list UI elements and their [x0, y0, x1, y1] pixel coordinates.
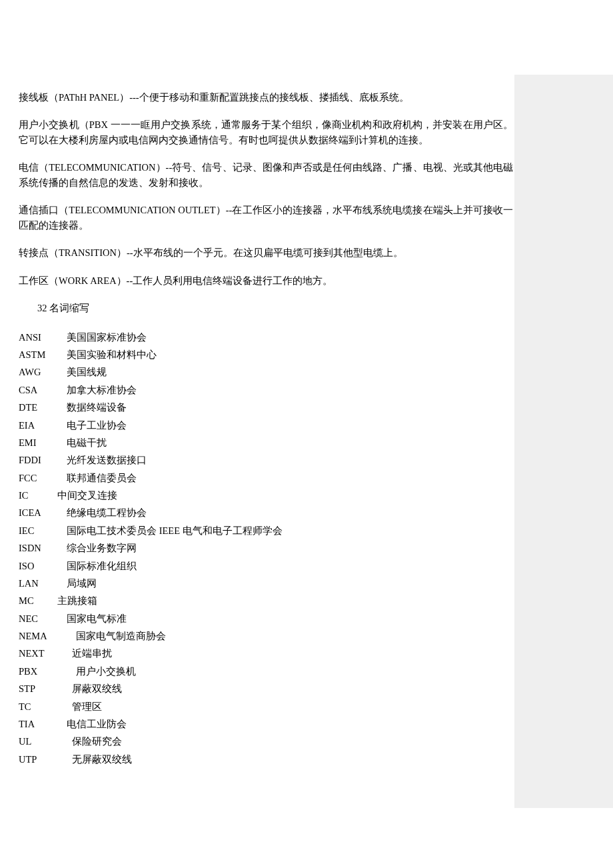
abbrev-key: CSA	[19, 381, 67, 399]
definition-paragraph: 用户小交换机（PBX 一一一眶用户交换系统，通常服务于某个组织，像商业机构和政府…	[19, 117, 513, 147]
abbrev-key: AWG	[19, 363, 67, 381]
abbrev-key: FDDI	[19, 451, 67, 469]
abbrev-value: 数据终端设备	[67, 399, 127, 416]
abbreviation-row: STP屏蔽双绞线	[19, 680, 513, 697]
abbrev-key: ANSI	[19, 329, 67, 346]
abbrev-key: EIA	[19, 417, 67, 434]
abbreviation-row: NEC国家电气标准	[19, 610, 513, 627]
abbreviation-row: TIA电信工业防会	[19, 715, 513, 733]
abbrev-key: PBX	[19, 663, 76, 680]
definition-paragraph: 电信（TELECOMMUNICATION）--符号、信号、记录、图像和声否或是任…	[19, 160, 513, 190]
abbreviation-row: ASTM美国实验和材料中心	[19, 346, 513, 363]
abbrev-key: TC	[19, 698, 72, 715]
abbrev-value: 国际标准化组织	[67, 557, 137, 575]
document-content: 接线板（PAThH PANEL）---个便于移动和重新配置跳接点的接线板、搂插线…	[19, 90, 513, 768]
abbrev-key: NEMA	[19, 627, 76, 645]
definition-paragraph: 转接点（TRANSITION）--水平布线的一个乎元。在这贝扁平电缆可接到其他型…	[19, 245, 513, 260]
abbrev-value: 绝缘电缆工程协会	[67, 504, 147, 521]
abbrev-value: 中间交叉连接	[57, 487, 117, 504]
abbrev-key: UL	[19, 733, 72, 750]
abbrev-value: 屏蔽双绞线	[72, 680, 122, 697]
abbrev-value: 国家电气制造商胁会	[76, 627, 166, 645]
abbrev-value: 电磁干扰	[67, 434, 107, 451]
abbrev-value: 美国线规	[67, 363, 107, 381]
abbreviation-row: TC管理区	[19, 698, 513, 715]
abbrev-value: 管理区	[72, 698, 102, 715]
abbrev-key: NEXT	[19, 645, 72, 662]
abbrev-key: UTP	[19, 751, 72, 768]
abbrev-value: 电子工业协会	[67, 417, 127, 434]
abbreviation-row: AWG美国线规	[19, 363, 513, 381]
section-header: 32 名词缩写	[19, 301, 513, 315]
abbreviation-row: NEMA国家电气制造商胁会	[19, 627, 513, 645]
abbreviation-row: UTP无屏蔽双绞线	[19, 751, 513, 768]
abbrev-value: 综合业务数字网	[67, 539, 137, 557]
definition-paragraph: 接线板（PAThH PANEL）---个便于移动和重新配置跳接点的接线板、搂插线…	[19, 90, 513, 105]
abbrev-key: ISDN	[19, 539, 67, 557]
abbrev-value: 局域网	[67, 575, 97, 592]
abbrev-value: 保险研究会	[72, 733, 122, 750]
abbreviation-row: ICEA绝缘电缆工程协会	[19, 504, 513, 521]
abbreviation-row: MC主跳接箱	[19, 592, 513, 609]
abbreviation-row: IC中间交叉连接	[19, 487, 513, 504]
abbrev-key: MC	[19, 592, 57, 609]
abbrev-value: 光纤发送数据接口	[67, 451, 147, 469]
abbreviation-row: ISO国际标准化组织	[19, 557, 513, 575]
abbrev-key: TIA	[19, 715, 67, 733]
abbreviation-row: IEC国际电工技术委员会 IEEE 电气和电子工程师学会	[19, 522, 513, 539]
definition-paragraph: 工作区（WORK AREA）--工作人员利用电信终端设备进行工作的地方。	[19, 273, 513, 288]
abbreviation-list: ANSI美国国家标准协会 ASTM美国实验和材料中心 AWG美国线规 CSA加拿…	[19, 329, 513, 768]
abbrev-value: 国际电工技术委员会 IEEE 电气和电子工程师学会	[67, 522, 283, 539]
abbrev-key: ICEA	[19, 504, 67, 521]
abbrev-value: 无屏蔽双绞线	[72, 751, 132, 768]
abbrev-value: 国家电气标准	[67, 610, 127, 627]
abbrev-key: ASTM	[19, 346, 67, 363]
abbrev-value: 联邦通信委员会	[67, 469, 137, 487]
abbrev-value: 电信工业防会	[67, 715, 127, 733]
abbrev-value: 近端串扰	[72, 645, 112, 662]
abbrev-value: 美国国家标准协会	[67, 329, 147, 346]
abbrev-value: 加拿大标准协会	[67, 381, 137, 399]
abbrev-key: EMI	[19, 434, 67, 451]
abbrev-key: DTE	[19, 399, 67, 416]
abbreviation-row: ANSI美国国家标准协会	[19, 329, 513, 346]
abbreviation-row: NEXT近端串扰	[19, 645, 513, 662]
abbrev-value: 美国实验和材料中心	[67, 346, 157, 363]
abbrev-key: LAN	[19, 575, 67, 592]
abbreviation-row: FCC联邦通信委员会	[19, 469, 513, 487]
abbrev-key: FCC	[19, 469, 67, 487]
abbreviation-row: PBX用户小交换机	[19, 663, 513, 680]
abbreviation-row: CSA加拿大标准协会	[19, 381, 513, 399]
abbreviation-row: UL保险研究会	[19, 733, 513, 750]
abbreviation-row: LAN局域网	[19, 575, 513, 592]
abbreviation-row: DTE数据终端设备	[19, 399, 513, 416]
definition-paragraph: 通信插口（TELECOMMUNICATION OUTLET）--在工作区小的连接…	[19, 203, 513, 233]
abbrev-key: ISO	[19, 557, 67, 575]
abbrev-key: NEC	[19, 610, 67, 627]
abbrev-key: IC	[19, 487, 57, 504]
abbrev-value: 主跳接箱	[57, 592, 97, 609]
side-strip	[514, 75, 613, 808]
abbrev-key: IEC	[19, 522, 67, 539]
abbreviation-row: ISDN综合业务数字网	[19, 539, 513, 557]
abbrev-value: 用户小交换机	[76, 663, 136, 680]
abbreviation-row: FDDI光纤发送数据接口	[19, 451, 513, 469]
abbreviation-row: EMI电磁干扰	[19, 434, 513, 451]
abbrev-key: STP	[19, 680, 72, 697]
abbreviation-row: EIA电子工业协会	[19, 417, 513, 434]
